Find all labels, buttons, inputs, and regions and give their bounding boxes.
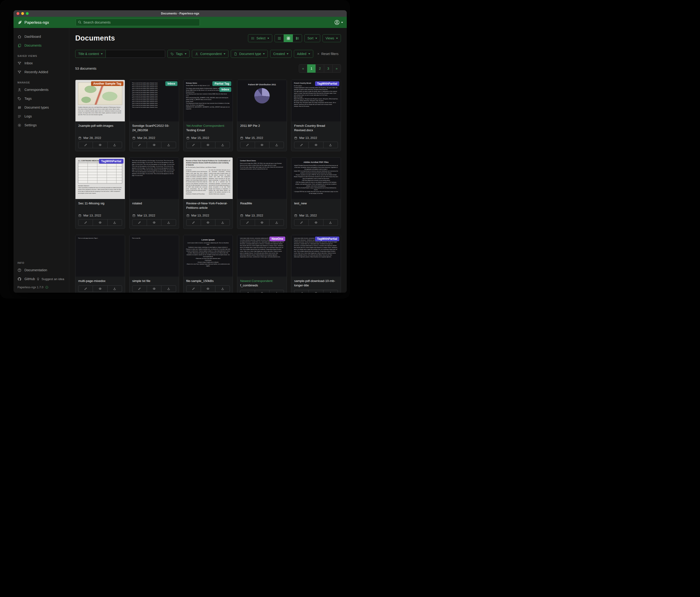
document-title[interactable]: sample-pdf-download-10-mb-longer-title <box>291 277 341 288</box>
document-tag[interactable]: Inbox <box>219 87 231 92</box>
title-content-filter-button[interactable]: Title & content <box>75 50 106 58</box>
sidebar-item-tags[interactable]: Tags <box>14 94 69 103</box>
document-title[interactable]: multi-page-mixedxx <box>75 277 125 283</box>
document-thumbnail[interactable]: This is a multi page document. Page 1. <box>75 235 125 277</box>
title-content-input[interactable] <box>106 50 165 58</box>
created-filter-button[interactable]: Created <box>270 50 292 58</box>
sidebar-item-document-types[interactable]: Document types <box>14 103 69 112</box>
previous-page-button[interactable]: « <box>299 64 307 73</box>
document-title[interactable]: French Country Bread Revised.docx <box>291 121 341 133</box>
edit-document-button[interactable] <box>132 142 147 148</box>
view-document-button[interactable] <box>255 142 270 148</box>
view-document-button[interactable] <box>201 285 216 292</box>
document-thumbnail[interactable]: Contact Sheet DemoGiven a set of image f… <box>237 158 287 199</box>
document-title[interactable]: simple txt file <box>129 277 179 283</box>
document-thumbnail[interactable]: Lorem ipsum dolor sit amet, consectetur … <box>237 235 287 277</box>
brand[interactable]: Paperless-ngx <box>17 20 49 25</box>
user-menu[interactable] <box>334 20 343 25</box>
edit-document-button[interactable] <box>78 219 93 226</box>
page-2-button[interactable]: 2 <box>316 64 324 73</box>
view-document-button[interactable] <box>93 219 107 226</box>
edit-document-button[interactable] <box>240 290 255 293</box>
document-thumbnail[interactable]: 1.1. CONTINUING MEDICAL EDUCATIONAttesta… <box>75 158 125 199</box>
view-document-button[interactable] <box>308 290 323 293</box>
document-tag[interactable]: Inbox <box>165 81 177 86</box>
document-title[interactable]: Review-of-New-York-Federal-Petitions-art… <box>183 199 233 210</box>
view-document-button[interactable] <box>308 219 323 226</box>
document-thumbnail[interactable]: Release NotesSimba ODBC Driver for SQL S… <box>183 80 233 121</box>
document-title[interactable]: Sonstige ScanPC2022 03-24_081058 <box>129 121 179 133</box>
document-type-filter-button[interactable]: Document type <box>231 50 268 58</box>
document-thumbnail[interactable]: Lorem ipsumLorem ipsum dolor sit amet, c… <box>183 235 233 277</box>
view-document-button[interactable] <box>201 219 216 226</box>
view-document-button[interactable] <box>147 285 161 292</box>
next-page-button[interactable]: » <box>332 64 341 73</box>
document-tag[interactable]: NewOne <box>270 237 285 241</box>
download-document-button[interactable] <box>323 219 338 226</box>
download-document-button[interactable] <box>269 142 284 148</box>
sidebar-item-dashboard[interactable]: Dashboard <box>14 32 69 41</box>
download-document-button[interactable] <box>269 219 284 226</box>
download-document-button[interactable] <box>161 285 176 292</box>
document-thumbnail[interactable]: Adobe Acrobat PDF FilesAdobe® Portable D… <box>291 158 341 199</box>
detail-view-button[interactable] <box>293 34 302 42</box>
sidebar-item-suggest-idea[interactable]: Suggest an idea <box>36 277 64 281</box>
correspondent-filter-button[interactable]: Correspondent <box>192 50 229 58</box>
document-tag[interactable]: Another Sample Tag <box>91 81 123 86</box>
download-document-button[interactable] <box>215 285 230 292</box>
edit-document-button[interactable] <box>294 142 309 148</box>
view-document-button[interactable] <box>93 285 107 292</box>
sidebar-item-github[interactable]: GitHub <box>14 274 36 283</box>
edit-document-button[interactable] <box>240 142 255 148</box>
document-thumbnail[interactable]: This is the text that appears on the fir… <box>129 158 179 199</box>
edit-document-button[interactable] <box>294 219 309 226</box>
document-title[interactable]: 2011 BP Pie 2 <box>237 121 287 128</box>
download-document-button[interactable] <box>107 142 122 148</box>
document-tag[interactable]: Partial Tag <box>212 81 231 86</box>
search-input[interactable] <box>76 19 200 26</box>
document-thumbnail[interactable]: Lorem ipsum dolor sit amet, consectetur … <box>291 235 341 277</box>
tags-filter-button[interactable]: Tags <box>168 50 190 58</box>
view-document-button[interactable] <box>93 142 107 148</box>
view-document-button[interactable] <box>255 219 270 226</box>
reset-filters-button[interactable]: Reset filters <box>317 52 339 56</box>
document-thumbnail[interactable]: Review of New York Federal Petitions for… <box>183 158 233 199</box>
edit-document-button[interactable] <box>186 219 201 226</box>
added-filter-button[interactable]: Added <box>294 50 313 58</box>
edit-document-button[interactable] <box>186 285 201 292</box>
document-title[interactable]: test_new <box>291 199 341 206</box>
page-1-button[interactable]: 1 <box>307 64 316 73</box>
download-document-button[interactable] <box>215 142 230 148</box>
download-document-button[interactable] <box>107 285 122 292</box>
view-document-button[interactable] <box>201 142 216 148</box>
document-tag[interactable]: TagWithPartial <box>315 237 339 241</box>
document-title[interactable]: rotated <box>129 199 179 206</box>
sidebar-item-inbox[interactable]: Inbox <box>14 59 69 68</box>
document-thumbnail[interactable]: This is a test file. <box>129 235 179 277</box>
document-title[interactable]: ReadMe <box>237 199 287 206</box>
download-document-button[interactable] <box>161 142 176 148</box>
document-title[interactable]: file-sample_150kBs <box>183 277 233 283</box>
download-document-button[interactable] <box>161 219 176 226</box>
edit-document-button[interactable] <box>132 285 147 292</box>
document-thumbnail[interactable]: Patient BP Distribution 2011 <box>237 80 287 121</box>
document-tag[interactable]: TagWithPartial <box>99 159 123 164</box>
page-3-button[interactable]: 3 <box>324 64 332 73</box>
document-title[interactable]: Sec 11-Missing sig <box>75 199 125 206</box>
document-correspondent[interactable]: Yet Another Correspondent: <box>186 124 225 127</box>
document-thumbnail[interactable]: French Country BreadFor the Leaven: 1 he… <box>291 80 341 121</box>
download-document-button[interactable] <box>323 142 338 148</box>
zoom-window-button[interactable] <box>26 12 29 15</box>
view-document-button[interactable] <box>255 290 270 293</box>
close-window-button[interactable] <box>17 12 19 15</box>
view-document-button[interactable] <box>147 219 161 226</box>
grid-view-button[interactable] <box>284 34 293 42</box>
document-tag[interactable]: TagWithPartial <box>315 81 339 86</box>
document-title[interactable]: 2sample-pdf-with-images <box>75 121 125 128</box>
sidebar-item-documents[interactable]: Documents <box>14 41 69 50</box>
sidebar-item-settings[interactable]: Settings <box>14 121 69 129</box>
select-button[interactable]: Select <box>248 34 272 42</box>
edit-document-button[interactable] <box>78 285 93 292</box>
views-button[interactable]: Views <box>323 34 341 42</box>
view-document-button[interactable] <box>308 142 323 148</box>
